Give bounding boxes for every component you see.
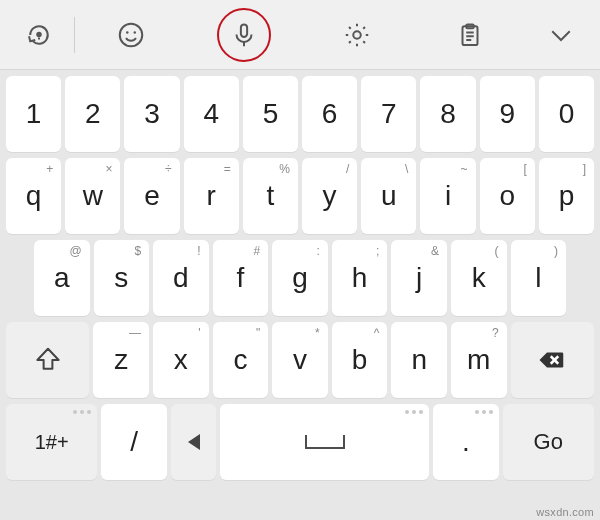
key-a[interactable]: @a (34, 240, 90, 316)
key-u[interactable]: \u (361, 158, 416, 234)
svg-point-0 (36, 31, 42, 37)
key-8[interactable]: 8 (420, 76, 475, 152)
key-period[interactable]: . (433, 404, 498, 480)
key-shift[interactable] (6, 322, 89, 398)
key-t[interactable]: %t (243, 158, 298, 234)
key-4[interactable]: 4 (184, 76, 239, 152)
key-p[interactable]: ]p (539, 158, 594, 234)
key-h[interactable]: ;h (332, 240, 388, 316)
key-slash[interactable]: / (101, 404, 166, 480)
more-indicator-icon (73, 410, 91, 414)
key-7[interactable]: 7 (361, 76, 416, 152)
watermark-text: wsxdn.com (536, 506, 594, 518)
row-zxcv: —z 'x "c *v ^b n ?m (6, 322, 594, 398)
space-icon (305, 435, 345, 449)
svg-point-3 (126, 31, 129, 34)
key-j[interactable]: &j (391, 240, 447, 316)
key-i[interactable]: ~i (420, 158, 475, 234)
key-w[interactable]: ×w (65, 158, 120, 234)
backspace-icon (537, 345, 567, 375)
keyboard-area: 1 2 3 4 5 6 7 8 9 0 +q ×w ÷e =r %t /y \u… (0, 70, 600, 486)
key-m[interactable]: ?m (451, 322, 507, 398)
svg-point-7 (353, 31, 361, 39)
key-s[interactable]: $s (94, 240, 150, 316)
highlight-circle (217, 8, 271, 62)
key-v[interactable]: *v (272, 322, 328, 398)
clipboard-button[interactable] (413, 20, 526, 50)
key-symbols[interactable]: 1#+ (6, 404, 97, 480)
row-bottom: 1#+ / . Go (6, 404, 594, 480)
key-e[interactable]: ÷e (124, 158, 179, 234)
key-5[interactable]: 5 (243, 76, 298, 152)
key-6[interactable]: 6 (302, 76, 357, 152)
chevron-down-icon (546, 20, 576, 50)
gear-icon (342, 20, 372, 50)
key-0[interactable]: 0 (539, 76, 594, 152)
clipboard-icon (455, 20, 485, 50)
microphone-icon (229, 20, 259, 50)
keyboard-toolbar (0, 0, 600, 70)
key-g[interactable]: :g (272, 240, 328, 316)
more-indicator-icon (405, 410, 423, 414)
key-k[interactable]: (k (451, 240, 507, 316)
row-qwerty: +q ×w ÷e =r %t /y \u ~i [o ]p (6, 158, 594, 234)
key-c[interactable]: "c (213, 322, 269, 398)
key-go[interactable]: Go (503, 404, 594, 480)
key-l[interactable]: )l (511, 240, 567, 316)
key-backspace[interactable] (511, 322, 594, 398)
key-f[interactable]: #f (213, 240, 269, 316)
key-q[interactable]: +q (6, 158, 61, 234)
settings-button[interactable] (301, 20, 414, 50)
key-r[interactable]: =r (184, 158, 239, 234)
key-3[interactable]: 3 (124, 76, 179, 152)
collapse-keyboard-button[interactable] (526, 20, 596, 50)
svg-point-4 (134, 31, 137, 34)
key-y[interactable]: /y (302, 158, 357, 234)
svg-rect-5 (241, 24, 247, 37)
more-indicator-icon (475, 410, 493, 414)
arrow-left-icon (188, 434, 200, 450)
row-numbers: 1 2 3 4 5 6 7 8 9 0 (6, 76, 594, 152)
key-cursor-left[interactable] (171, 404, 217, 480)
emoji-button[interactable] (75, 20, 188, 50)
row-asdf: @a $s !d #f :g ;h &j (k )l (6, 240, 594, 316)
svg-point-2 (120, 23, 143, 46)
shift-icon (33, 345, 63, 375)
key-2[interactable]: 2 (65, 76, 120, 152)
key-9[interactable]: 9 (480, 76, 535, 152)
key-b[interactable]: ^b (332, 322, 388, 398)
key-space[interactable] (220, 404, 429, 480)
emoji-icon (116, 20, 146, 50)
key-o[interactable]: [o (480, 158, 535, 234)
lightbulb-refresh-icon (24, 20, 54, 50)
key-x[interactable]: 'x (153, 322, 209, 398)
key-d[interactable]: !d (153, 240, 209, 316)
key-z[interactable]: —z (93, 322, 149, 398)
key-1[interactable]: 1 (6, 76, 61, 152)
key-n[interactable]: n (391, 322, 447, 398)
voice-input-button[interactable] (188, 8, 301, 62)
theme-button[interactable] (4, 20, 74, 50)
